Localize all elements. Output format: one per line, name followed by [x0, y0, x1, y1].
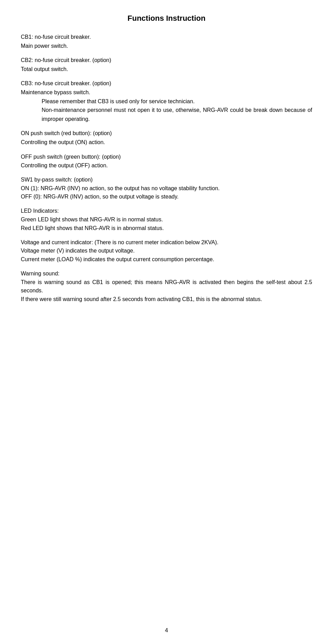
off-push-line2: Controlling the output (OFF) action. [21, 161, 312, 170]
warning-section: Warning sound: There is warning sound as… [21, 270, 312, 304]
cb3-line2: Maintenance bypass switch. [21, 88, 312, 97]
page-title: Functions Instruction [21, 14, 312, 23]
cb3-line3: Please remember that CB3 is used only fo… [42, 97, 312, 106]
voltage-line3: Current meter (LOAD %) indicates the out… [21, 255, 312, 264]
sw1-section: SW1 by-pass switch: (option) ON (1): NRG… [21, 176, 312, 201]
warning-line2: There is warning sound as CB1 is opened;… [21, 278, 312, 295]
on-push-line2: Controlling the output (ON) action. [21, 138, 312, 147]
page-container: Functions Instruction CB1: no-fuse circu… [0, 0, 333, 644]
warning-line3: If there were still warning sound after … [21, 295, 312, 304]
cb3-line4: Non-maintenance personnel must not open … [42, 106, 312, 123]
cb2-section: CB2: no-fuse circuit breaker. (option) T… [21, 56, 312, 73]
voltage-line2: Voltage meter (V) indicates the output v… [21, 247, 312, 255]
warning-line1: Warning sound: [21, 270, 312, 278]
voltage-section: Voltage and current indicator: (There is… [21, 238, 312, 264]
on-push-line1: ON push switch (red button): (option) [21, 129, 312, 138]
cb1-line2: Main power switch. [21, 42, 312, 51]
led-line1: LED Indicators: [21, 207, 312, 215]
led-line2: Green LED light shows that NRG-AVR is in… [21, 215, 312, 224]
led-line3: Red LED light shows that NRG-AVR is in a… [21, 224, 312, 233]
sw1-line1: SW1 by-pass switch: (option) [21, 176, 312, 184]
on-push-section: ON push switch (red button): (option) Co… [21, 129, 312, 147]
cb1-line1: CB1: no-fuse circuit breaker. [21, 33, 312, 42]
cb2-line1: CB2: no-fuse circuit breaker. (option) [21, 56, 312, 65]
cb3-section: CB3: no-fuse circuit breaker. (option) M… [21, 79, 312, 123]
voltage-line1: Voltage and current indicator: (There is… [21, 238, 312, 247]
sw1-line2: ON (1): NRG-AVR (INV) no action, so the … [21, 184, 312, 193]
sw1-line3: OFF (0): NRG-AVR (INV) action, so the ou… [21, 193, 312, 201]
cb1-section: CB1: no-fuse circuit breaker. Main power… [21, 33, 312, 50]
off-push-line1: OFF push switch (green button): (option) [21, 152, 312, 161]
led-section: LED Indicators: Green LED light shows th… [21, 207, 312, 232]
off-push-section: OFF push switch (green button): (option)… [21, 152, 312, 170]
page-number: 4 [165, 627, 168, 634]
cb3-line1: CB3: no-fuse circuit breaker. (option) [21, 79, 312, 88]
cb2-line2: Total output switch. [21, 65, 312, 74]
